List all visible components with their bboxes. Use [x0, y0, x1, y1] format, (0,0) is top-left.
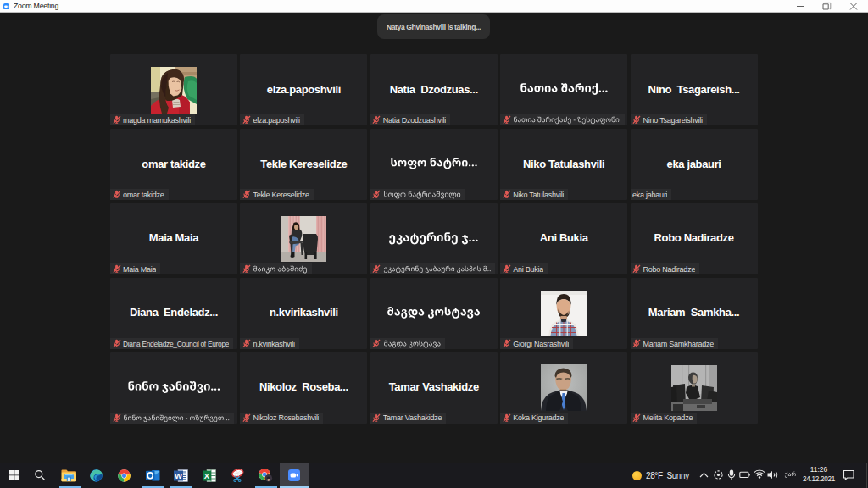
svg-text:X: X	[204, 471, 210, 480]
svg-text:W: W	[175, 471, 182, 480]
